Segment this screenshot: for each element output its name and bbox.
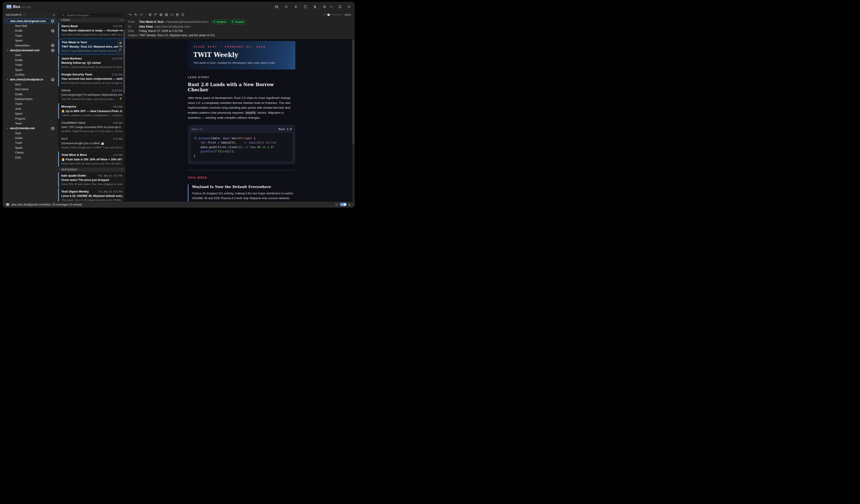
date-label: Date [128,29,139,33]
message-row[interactable]: Total Wine & More2:01 AM🐣 Flash Sale is … [58,152,125,167]
flag-icon[interactable] [154,13,157,16]
folder-item[interactable]: Newsletters1 [4,43,57,48]
block-remote-icon[interactable] [176,13,179,16]
folder-item[interactable]: OSS [4,155,57,160]
maximize-icon[interactable] [339,5,342,9]
message-row[interactable]: Monoprice8:01 AM🔔 Up to 88% OFF — New Cl… [58,103,125,118]
folder-item[interactable]: Clients [4,150,57,155]
folder-name: OSS [15,156,21,159]
subject-label: Subject [128,33,139,37]
report-icon[interactable] [181,13,185,16]
folder-item[interactable]: Spam [4,111,57,116]
settings-icon[interactable] [323,5,326,9]
email-scrollbar-track[interactable] [352,39,354,201]
folder-item[interactable]: Trash [4,33,57,38]
message-row[interactable]: Sierra Bank3:01 PMYour March statement i… [58,23,125,38]
message-header: From This Week in Tech <newsletter@thisw… [125,18,354,39]
folder-name: Archive [15,73,25,76]
folder-item[interactable]: Team [4,121,57,126]
message-subject: 🔔 Up to 88% OFF — New Clearance Picks Ju… [61,110,123,113]
folder-item[interactable]: Spam [4,68,57,72]
folder-item[interactable]: Archive [4,72,57,77]
chevron-down-icon[interactable]: ▾ [7,127,8,129]
chevron-down-icon[interactable]: ▾ [7,78,8,81]
email-scrollbar-thumb[interactable] [353,40,354,144]
print-icon[interactable] [159,13,163,16]
flag-icon [119,48,122,52]
sender-badges: VerifiedTrusted [212,19,246,24]
chevron-down-icon[interactable]: ▾ [7,49,8,52]
reply-all-icon[interactable] [134,13,138,16]
account-row[interactable]: ▾alex@protonmail.com2 [4,48,57,53]
folder-item[interactable]: Deleted Items [4,97,57,101]
forward-icon[interactable] [140,13,143,16]
folder-item[interactable]: Sent [4,82,57,87]
folder-item[interactable]: Drafts [4,58,57,62]
folder-item[interactable]: Drafts [4,92,57,97]
folder-item[interactable]: Projects [4,116,57,121]
account-icon[interactable] [294,5,298,9]
message-row[interactable]: kate spade OutletThu, Mar 26, 4:01 PMGre… [58,172,125,187]
delete-message-button[interactable] [117,40,123,46]
app-brand: Box v1.1.119 [6,4,30,9]
message-row[interactable]: CloudWatch Alerts8:01 AMAlert: CPU usage… [58,119,125,134]
message-row[interactable]: Janet Martinez12:01 PMMeeting follow-up:… [58,55,125,70]
message-subject: Meeting follow-up: Q1 review [61,61,123,64]
folder-item[interactable]: Trash [4,63,57,68]
message-sender: Monoprice [61,105,76,108]
theme-toggle[interactable] [340,203,347,206]
message-time: 3:01 PM [113,25,123,28]
folder-item[interactable]: Trash [4,102,57,106]
save-icon[interactable] [165,13,168,16]
search-input[interactable] [66,13,121,17]
delete-icon[interactable] [148,13,152,16]
search-icon[interactable] [284,5,288,9]
folder-item[interactable]: Sent Items [4,87,57,91]
folder-name: Trash [15,34,22,38]
folder-item[interactable]: Sent Mail [4,24,57,28]
folder-item[interactable]: Sent [4,53,57,58]
folder-item[interactable]: Sent [4,131,57,135]
unread-count-badge: 4 [51,78,55,81]
close-icon[interactable] [347,5,351,9]
account-row[interactable]: ▾alex@chendev.net3 [4,126,57,131]
zoom-slider-thumb[interactable] [327,13,330,16]
folder-item[interactable]: Drafts [4,135,57,140]
chevron-down-icon[interactable]: ▾ [7,20,9,22]
account-row[interactable]: ▾alex.chen.dev@gmail.com9 [4,19,57,24]
message-list-scrollbar[interactable] [124,30,125,93]
message-row[interactable]: GitHub10:01 AM[rust-lang/cargo] Fix work… [58,87,125,102]
reply-icon[interactable] [129,13,132,16]
message-row[interactable]: Tech Digest WeeklyThu, Mar 26, 4:01 PMLi… [58,188,125,201]
dark-mode-icon [348,203,352,206]
search-bar[interactable] [60,13,123,18]
folder-name: Trash [15,141,22,144]
folder-name: Projects [15,117,25,120]
message-row[interactable]: Google Security Team11:01 AMYour account… [58,71,125,86]
folder-item[interactable]: Spam [4,38,57,43]
folder-item[interactable]: Junk [4,106,57,111]
message-list: TODAY9Sierra Bank3:01 PMYour March state… [58,18,125,201]
compose-icon[interactable] [275,5,278,9]
account-row[interactable]: ▾alex.chen@cloudpeak.io4 [4,77,57,82]
shield-icon[interactable] [303,5,307,9]
folder-item[interactable]: Spam [4,145,57,150]
minimize-icon[interactable] [330,5,333,9]
accounts-sidebar: ACCOUNTS + ▾alex.chen.dev@gmail.com9Sent… [3,12,58,201]
message-row[interactable]: This Week in Tech1:01TWiT Weekly: Rust 2… [58,39,125,54]
flag-message-button[interactable] [117,47,123,53]
folder-item[interactable]: Trash [4,141,57,145]
add-account-button[interactable]: + [53,13,55,16]
zoom-slider[interactable] [323,14,342,15]
newsletter-subtitle: The week in tech, curated for developers… [193,61,290,64]
light-mode-icon [335,203,338,206]
folder-name: Clients [15,151,24,154]
folder-name: Team [15,122,22,125]
issue-line: ISSUE #247 · FEBRUARY 25, 2026 [193,45,290,48]
folder-item[interactable]: Drafts1 [4,28,57,33]
zap-off-icon[interactable] [313,5,317,9]
message-subject: TWiT Weekly: Rust 2.0, Wayland wins, and… [61,45,122,48]
message-subject: Your March statement is ready — Account … [61,29,123,32]
view-source-icon[interactable] [170,13,174,16]
message-row[interactable]: Ko-fi6:01 AMSomeone bought you a coffee!… [58,135,125,150]
